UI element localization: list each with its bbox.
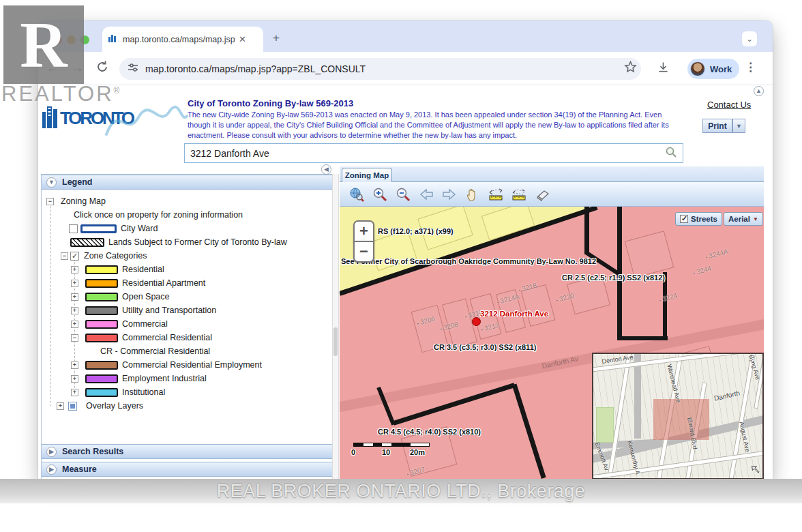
zone-boundary bbox=[584, 207, 589, 254]
measure-title: Measure bbox=[62, 464, 97, 474]
search-results-panel-header[interactable]: ▶ Search Results bbox=[42, 444, 332, 459]
tree-label: Lands Subject to Former City of Toronto … bbox=[108, 237, 287, 247]
streets-toggle[interactable]: Streets bbox=[675, 212, 722, 226]
streets-checkbox[interactable] bbox=[680, 215, 688, 223]
zone-swatch bbox=[85, 279, 118, 288]
previous-extent-icon[interactable] bbox=[417, 186, 434, 203]
aerial-dropdown[interactable]: Aerial ▼ bbox=[724, 212, 763, 226]
expand-node-icon[interactable] bbox=[71, 361, 78, 369]
tree-label: Zoning Map bbox=[61, 196, 106, 206]
print-dropdown-icon[interactable]: ▼ bbox=[732, 119, 745, 133]
tree-item-zoning-map[interactable]: Zoning Map bbox=[42, 194, 328, 208]
zone-label-cr45: CR 4.5 (c4.5; r4.0) SS2 (x810) bbox=[378, 428, 481, 436]
expand-node-icon[interactable] bbox=[71, 266, 78, 274]
tree-item-lands-subject[interactable]: Lands Subject to Former City of Toronto … bbox=[42, 235, 328, 249]
building-number: 3244 bbox=[692, 265, 712, 277]
tree-label: Residential Apartment bbox=[122, 278, 205, 288]
city-ward-checkbox[interactable] bbox=[69, 224, 78, 233]
tree-item-city-ward[interactable]: City Ward bbox=[42, 222, 328, 235]
tree-item-zone[interactable]: Employment Industrial bbox=[42, 372, 328, 385]
contact-us-link[interactable]: Contact Us bbox=[707, 100, 751, 110]
map-toolbar bbox=[340, 182, 764, 207]
tree-item-zone[interactable]: Commercial Residential bbox=[42, 331, 328, 344]
expand-node-icon[interactable] bbox=[71, 321, 78, 328]
overlay-layers-checkbox[interactable] bbox=[68, 402, 77, 411]
measure-expand-icon[interactable]: ▶ bbox=[46, 464, 57, 475]
tree-label: CR - Commercial Residential bbox=[100, 346, 210, 356]
zoom-out-icon[interactable] bbox=[394, 186, 411, 203]
scrollbar-thumb[interactable] bbox=[333, 327, 338, 356]
map-zoom-control: + − bbox=[353, 220, 374, 263]
browser-toolbar: ← → map.toronto.ca/maps/map.jsp?app=ZBL_… bbox=[38, 52, 773, 85]
expand-node-icon[interactable] bbox=[71, 389, 78, 396]
collapse-node-icon[interactable] bbox=[71, 334, 78, 342]
map-canvas[interactable]: RS (f12.0; a371) (x99) See Former City o… bbox=[340, 207, 764, 479]
browser-tab[interactable]: map.toronto.ca/maps/map.jsp ✕ bbox=[102, 27, 263, 52]
print-button[interactable]: Print bbox=[702, 119, 732, 133]
search-results-title: Search Results bbox=[62, 447, 123, 456]
tree-item-zone[interactable]: Residential bbox=[42, 263, 328, 276]
url-bar[interactable]: map.toronto.ca/maps/map.jsp?app=ZBL_CONS… bbox=[119, 58, 641, 80]
collapse-node-icon[interactable] bbox=[46, 198, 54, 205]
zoom-in-icon[interactable] bbox=[371, 186, 388, 203]
inset-resize-icon[interactable] bbox=[750, 464, 761, 478]
full-extent-icon[interactable] bbox=[348, 186, 365, 203]
lands-hatch-swatch bbox=[70, 238, 104, 247]
tab-close-icon[interactable]: ✕ bbox=[239, 34, 246, 44]
inset-extent-highlight bbox=[653, 399, 709, 440]
measure-panel-header[interactable]: ▶ Measure bbox=[42, 462, 332, 477]
expand-node-icon[interactable] bbox=[71, 307, 78, 314]
site-info-icon[interactable] bbox=[128, 62, 138, 76]
expand-node-icon[interactable] bbox=[71, 280, 78, 287]
menu-dots-icon[interactable]: ⋮ bbox=[745, 60, 756, 74]
tree-item-zone-categories[interactable]: Zone Categories bbox=[42, 249, 328, 263]
eraser-icon[interactable] bbox=[533, 186, 550, 203]
collapse-sidebar-icon[interactable]: ◀ bbox=[321, 164, 331, 175]
property-marker[interactable] bbox=[472, 317, 481, 326]
search-results-expand-icon[interactable]: ▶ bbox=[46, 447, 57, 457]
map-zoom-in-button[interactable]: + bbox=[353, 220, 374, 242]
zone-categories-checkbox[interactable] bbox=[70, 252, 79, 261]
tab-search-chevron-icon[interactable]: ⌄ bbox=[742, 31, 757, 46]
new-tab-button[interactable]: + bbox=[273, 31, 280, 45]
map-tab-strip: Zoning Map bbox=[340, 166, 764, 182]
collapse-header-icon[interactable]: ▲ bbox=[754, 86, 764, 96]
avatar bbox=[690, 61, 705, 76]
expand-node-icon[interactable] bbox=[71, 375, 78, 383]
search-icon[interactable] bbox=[665, 146, 677, 161]
pan-hand-icon[interactable] bbox=[464, 186, 481, 203]
tree-item-zone[interactable]: Open Space bbox=[42, 290, 328, 304]
lot-outline bbox=[625, 231, 674, 278]
realtor-logo-watermark: R bbox=[3, 5, 84, 84]
download-icon[interactable] bbox=[656, 60, 670, 74]
tab-zoning-map[interactable]: Zoning Map bbox=[342, 168, 392, 182]
collapse-node-icon[interactable] bbox=[61, 252, 68, 260]
browser-tab-strip: map.toronto.ca/maps/map.jsp ✕ + ⌄ bbox=[38, 20, 773, 52]
measure-area-icon[interactable] bbox=[510, 186, 527, 203]
reload-icon[interactable] bbox=[95, 60, 109, 74]
measure-distance-icon[interactable] bbox=[487, 186, 504, 203]
zone-swatch bbox=[85, 320, 118, 329]
legend-collapse-icon[interactable]: ▼ bbox=[46, 177, 57, 188]
search-input[interactable] bbox=[185, 148, 665, 159]
tree-item-zone[interactable]: Commercial bbox=[42, 317, 328, 331]
zone-label-cr35: CR 3.5 (c3.5; r3.0) SS2 (x811) bbox=[434, 343, 536, 351]
tree-item-zone[interactable]: Institutional bbox=[42, 385, 328, 399]
building-number: 3224 bbox=[658, 292, 678, 304]
map-zoom-out-button[interactable]: − bbox=[353, 241, 374, 263]
tree-item-zone[interactable]: Commercial Residential Employment bbox=[42, 358, 328, 372]
tree-item-zone[interactable]: Residential Apartment bbox=[42, 276, 328, 290]
tree-item-overlay-layers[interactable]: Overlay Layers bbox=[42, 399, 328, 413]
legend-panel-header[interactable]: ▼ Legend bbox=[42, 175, 332, 190]
tree-item-zone[interactable]: Utility and Transportation bbox=[42, 304, 328, 317]
profile-label: Work bbox=[710, 64, 732, 74]
next-extent-icon[interactable] bbox=[441, 186, 458, 203]
expand-node-icon[interactable] bbox=[71, 293, 78, 301]
profile-chip[interactable]: Work bbox=[687, 59, 739, 79]
bookmark-star-icon[interactable] bbox=[623, 60, 638, 74]
map-panel: Zoning Map bbox=[340, 166, 764, 479]
tree-item-cr-child[interactable]: CR - Commercial Residential bbox=[42, 344, 328, 358]
overview-inset-map[interactable]: Denton Ave Wanstead Ave Byng Ave Danfort… bbox=[592, 353, 764, 479]
expand-node-icon[interactable] bbox=[57, 402, 64, 410]
sidebar-scrollbar[interactable] bbox=[332, 174, 339, 479]
